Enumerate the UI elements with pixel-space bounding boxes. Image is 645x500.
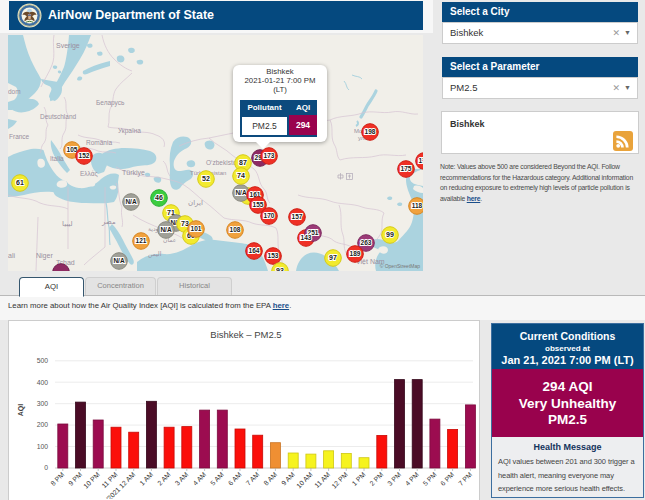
svg-text:France: France [9,133,30,140]
svg-text:164: 164 [249,247,260,254]
svg-text:118: 118 [412,202,423,209]
svg-text:189: 189 [350,250,361,257]
svg-text:74: 74 [237,172,245,179]
svg-text:6 AM: 6 AM [227,471,243,487]
svg-text:300: 300 [37,400,49,407]
svg-text:Deutschland: Deutschland [40,113,77,120]
svg-text:Niger: Niger [36,252,53,260]
svg-text:1 AM: 1 AM [138,471,154,487]
svg-text:155: 155 [253,201,264,208]
svg-text:2 AM: 2 AM [156,471,172,487]
svg-text:3 AM: 3 AM [174,471,190,487]
svg-text:153: 153 [268,252,279,259]
svg-text:52: 52 [202,175,210,182]
svg-text:România: România [86,139,112,146]
svg-text:Беларусь: Беларусь [96,99,125,107]
svg-text:اليمن: اليمن [148,251,162,258]
svg-text:Україна: Україна [118,127,141,135]
svg-text:61: 61 [16,179,24,186]
svg-text:4 AM: 4 AM [191,471,207,487]
svg-text:93: 93 [276,267,284,271]
svg-text:9 AM: 9 AM [280,471,296,487]
svg-text:46: 46 [155,194,163,201]
svg-text:ليبيا: ليبيا [62,220,73,227]
svg-text:ali: ali [8,252,15,259]
svg-text:6 PM: 6 PM [439,471,455,487]
svg-text:143: 143 [301,234,312,241]
svg-text:Sverige: Sverige [56,42,80,50]
svg-text:N/A: N/A [113,257,125,264]
svg-text:101: 101 [191,225,202,232]
svg-text:N/A: N/A [235,189,247,196]
svg-text:200: 200 [37,421,49,428]
svg-text:87: 87 [239,159,247,166]
svg-text:121: 121 [136,237,147,244]
svg-text:2 PM: 2 PM [368,471,384,487]
svg-text:dom: dom [8,88,21,95]
svg-text:4 PM: 4 PM [404,471,420,487]
svg-text:1 PM: 1 PM [351,471,367,487]
svg-text:Ελλάς: Ελλάς [80,170,98,178]
svg-text:مصر: مصر [101,218,116,226]
svg-text:400: 400 [37,379,49,386]
svg-text:100: 100 [37,443,49,450]
svg-text:97: 97 [329,254,337,261]
svg-text:AQI: AQI [17,404,25,417]
svg-text:3 PM: 3 PM [386,471,402,487]
svg-text:Bishkek – PM2.5: Bishkek – PM2.5 [210,329,281,340]
svg-text:198: 198 [365,128,376,135]
svg-text:Türkiye: Türkiye [122,169,145,177]
svg-text:10 PM: 10 PM [82,471,101,490]
svg-text:152: 152 [79,152,90,159]
svg-text:263: 263 [361,239,372,246]
svg-text:10 AM: 10 AM [295,471,314,490]
svg-text:170: 170 [264,212,275,219]
svg-text:99: 99 [386,231,394,238]
svg-text:7 PM: 7 PM [457,471,473,487]
svg-text:12 PM: 12 PM [330,471,349,490]
svg-text:7 AM: 7 AM [244,471,260,487]
svg-text:175: 175 [401,165,412,172]
svg-text:157: 157 [292,213,303,220]
svg-text:108: 108 [230,226,241,233]
svg-text:Italia: Italia [50,155,64,162]
svg-text:173: 173 [264,152,275,159]
svg-text:500: 500 [37,357,49,364]
svg-text:5 AM: 5 AM [209,471,225,487]
svg-text:8 AM: 8 AM [262,471,278,487]
svg-text:5 PM: 5 PM [421,471,437,487]
svg-text:173: 173 [419,157,423,164]
svg-text:0: 0 [44,464,48,471]
svg-text:N/A: N/A [125,198,137,205]
svg-text:N/A: N/A [160,226,172,233]
svg-text:ایران: ایران [188,199,203,207]
svg-text:11 AM: 11 AM [313,471,331,489]
svg-text:© OpenStreetMap: © OpenStreetMap [380,263,421,269]
svg-text:8 PM: 8 PM [49,471,65,487]
